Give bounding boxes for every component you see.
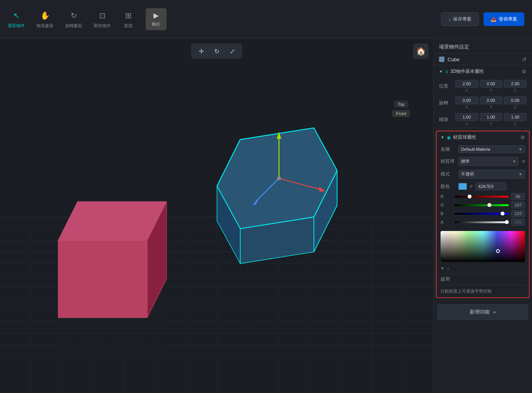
color-picker-gradient[interactable]	[441, 231, 525, 262]
color-hex-input[interactable]	[475, 183, 506, 190]
material-ball-chevron: ▼	[513, 159, 517, 164]
material-ball-select[interactable]: 標準 ▼	[458, 157, 519, 166]
tool-cover[interactable]: ⊞ 遮擋	[122, 10, 134, 29]
tw-scale-btn[interactable]: ⤢	[227, 46, 238, 57]
pos-z-group: Z	[504, 80, 527, 93]
material-name-select[interactable]: Default-Materia ▼	[458, 145, 525, 153]
rot-x-input[interactable]	[455, 97, 478, 104]
material-ball-row: 材質球 標準 ▼ ≡	[437, 155, 529, 168]
scale-x-input[interactable]	[455, 113, 478, 121]
section-material-header[interactable]: ▼ ◉ 材質球屬性 ⚙	[437, 131, 529, 143]
tw-move-btn[interactable]: ✛	[196, 46, 207, 57]
g-label: G	[441, 203, 452, 207]
refresh-icon[interactable]: ↺	[522, 56, 527, 62]
material-name-chevron: ▼	[518, 147, 522, 152]
save-button[interactable]: ↓ 保存專案	[441, 12, 479, 26]
toolbar-actions: ↓ 保存專案 📤 發佈專案	[441, 12, 524, 26]
scale-z-group: Z	[504, 113, 527, 126]
section-3d-basic: ▼ ≡ 3D物件基本屬性 ⚙ 位置 X Y	[434, 65, 532, 128]
position-label: 位置	[439, 83, 453, 90]
scale-y-input[interactable]	[480, 113, 503, 121]
enable-row: 啟用	[437, 273, 529, 285]
section-3d-header[interactable]: ▼ ≡ 3D物件基本屬性 ⚙	[434, 65, 532, 78]
tool-drag[interactable]: ✋ 拖曳畫面	[36, 10, 53, 29]
a-label: A	[441, 220, 452, 224]
enable-label: 啟用	[441, 276, 450, 283]
scale-x-axis: X	[465, 122, 468, 126]
g-slider[interactable]	[455, 204, 509, 206]
mobile-note: 行動裝置上可透過手勢控制	[437, 285, 529, 297]
pos-z-input[interactable]	[504, 80, 527, 88]
material-ball-label: 材質球	[441, 158, 455, 165]
r-value[interactable]	[511, 193, 525, 200]
tool-focus[interactable]: ⊡ 聚焦物件	[94, 10, 111, 29]
rot-x-group: X	[455, 97, 478, 109]
object-name: Cube	[448, 57, 519, 62]
add-feature-button[interactable]: 新增功能 +	[437, 304, 528, 320]
material-mode-select[interactable]: 不透明 ▼	[458, 170, 525, 179]
tool-select[interactable]: ↖ 選取物件	[8, 10, 25, 29]
svg-rect-0	[0, 39, 433, 393]
toolbar-tools: ↖ 選取物件 ✋ 拖曳畫面 ↻ 旋轉畫面 ⊡ 聚焦物件 ⊞ 遮擋 ▶ 執行	[8, 8, 167, 30]
color-swatch[interactable]	[458, 183, 467, 190]
pos-x-input[interactable]	[455, 80, 478, 88]
main-area: 🏠 Top Front ✛ ↻ ⤢ 場景物件設定 Cube ↺	[0, 39, 532, 393]
focus-icon: ⊡	[96, 10, 108, 21]
drag-icon: ✋	[39, 10, 51, 21]
panel-header: 場景物件設定	[434, 39, 532, 54]
panel-obj-row: Cube ↺	[434, 54, 532, 65]
viewport[interactable]: 🏠 Top Front ✛ ↻ ⤢	[0, 39, 433, 393]
svg-point-52	[277, 176, 281, 180]
section-material-gear[interactable]: ⚙	[520, 134, 525, 140]
material-mode-row: 模式 不透明 ▼	[437, 168, 529, 181]
a-slider[interactable]	[455, 221, 509, 223]
material-menu-icon[interactable]: ≡	[522, 159, 525, 164]
tool-rotate-label: 旋轉畫面	[65, 23, 82, 29]
home-button[interactable]: 🏠	[413, 43, 429, 59]
b-value[interactable]	[511, 210, 525, 217]
svg-marker-27	[58, 240, 147, 318]
material-mode-label: 模式	[441, 171, 455, 178]
run-button[interactable]: ▶ 執行	[146, 8, 167, 30]
a-value[interactable]	[511, 219, 525, 226]
grid-icon: ≡	[445, 69, 448, 74]
prop-rotation-row: 旋轉 X Y Z	[434, 95, 532, 111]
save-icon: ↓	[448, 17, 451, 22]
material-mode-value: 不透明	[461, 171, 474, 177]
prop-position-row: 位置 X Y Z	[434, 78, 532, 95]
tool-drag-label: 拖曳畫面	[36, 23, 53, 29]
cube-icon	[439, 57, 444, 62]
material-ball-value: 標準	[461, 159, 470, 164]
download-icon[interactable]: ↓	[447, 265, 449, 271]
view-labels: Top Front	[392, 101, 410, 117]
b-slider[interactable]	[455, 213, 509, 215]
transform-widget: ✛ ↻ ⤢	[191, 43, 242, 59]
save-label: 保存專案	[453, 16, 472, 22]
publish-button[interactable]: 📤 發佈專案	[484, 12, 524, 26]
pos-y-axis: Y	[490, 88, 492, 93]
pos-z-axis: Z	[514, 88, 517, 93]
rot-y-axis: Y	[490, 105, 492, 109]
pos-y-input[interactable]	[480, 80, 503, 88]
scale-z-axis: Z	[514, 122, 517, 126]
cover-icon: ⊞	[122, 10, 134, 21]
r-slider[interactable]	[455, 196, 509, 198]
rot-y-input[interactable]	[480, 97, 503, 104]
rgb-r-row: R	[441, 193, 525, 200]
publish-label: 發佈專案	[499, 16, 517, 22]
toolbar: ↖ 選取物件 ✋ 拖曳畫面 ↻ 旋轉畫面 ⊡ 聚焦物件 ⊞ 遮擋 ▶ 執行 ↓ …	[0, 0, 532, 39]
rot-z-input[interactable]	[504, 97, 527, 104]
tw-rotate-btn[interactable]: ↻	[211, 46, 222, 57]
rot-z-axis: Z	[514, 105, 517, 109]
tool-rotate[interactable]: ↻ 旋轉畫面	[65, 10, 82, 29]
g-value[interactable]	[511, 202, 525, 209]
pos-x-group: X	[455, 80, 478, 93]
section-3d-gear[interactable]: ⚙	[522, 69, 527, 74]
color-picker[interactable]	[441, 231, 525, 262]
scale-z-input[interactable]	[504, 113, 527, 121]
material-name-label: 名稱	[441, 146, 455, 153]
material-mode-chevron: ▼	[518, 172, 522, 176]
section-material-title: ▼ ◉ 材質球屬性	[441, 134, 476, 141]
rot-z-group: Z	[504, 97, 527, 109]
rgb-b-row: B	[441, 210, 525, 217]
